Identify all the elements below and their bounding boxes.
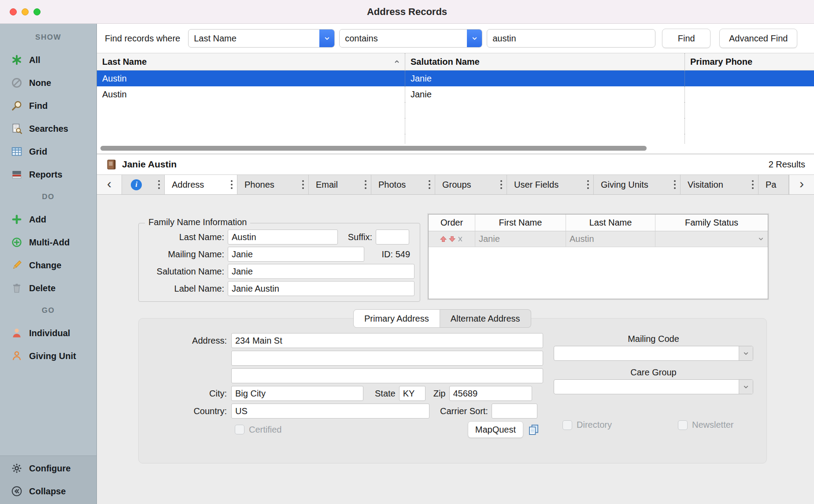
salutation-name-input[interactable] <box>228 264 414 279</box>
tabs-scroll-right-button[interactable]: › <box>789 175 814 194</box>
find-bar: Find records where Last Name contains Fi… <box>97 24 814 53</box>
sidebar-item-reports[interactable]: Reports <box>0 163 96 186</box>
tab-menu-icon[interactable] <box>428 179 431 190</box>
tabs-scroll-left-button[interactable]: ‹ <box>97 175 122 194</box>
sidebar-item-searches[interactable]: Searches <box>0 117 96 140</box>
close-window-button[interactable] <box>10 8 17 15</box>
address-line3-input[interactable] <box>231 368 543 383</box>
search-operator-select[interactable]: contains <box>339 29 482 48</box>
tab-photos[interactable]: Photos <box>371 175 435 194</box>
newsletter-checkbox[interactable] <box>678 420 688 430</box>
circle-plus-icon <box>11 237 22 248</box>
sidebar-item-giving-unit[interactable]: Giving Unit <box>0 345 96 367</box>
tab-menu-icon[interactable] <box>751 179 754 190</box>
tab-user-fields[interactable]: User Fields <box>507 175 594 194</box>
find-records-where-label: Find records where <box>105 33 180 44</box>
tab-groups[interactable]: Groups <box>435 175 507 194</box>
sidebar-footer: Configure Collapse <box>0 456 96 504</box>
chevron-down-icon <box>319 30 334 47</box>
care-group-select[interactable] <box>554 379 753 394</box>
column-header-salutation-name[interactable]: Salutation Name <box>405 53 685 70</box>
sidebar-item-delete[interactable]: Delete <box>0 277 96 300</box>
care-group-label: Care Group <box>554 367 753 378</box>
tab-giving-units[interactable]: Giving Units <box>594 175 681 194</box>
tab-menu-icon[interactable] <box>364 179 367 190</box>
tab-truncated[interactable]: Pa <box>758 175 789 194</box>
sidebar-section-go: GO <box>0 300 96 322</box>
members-table-header: Order First Name Last Name Family Status <box>429 215 768 231</box>
address-records-window: Address Records SHOW All None Find <box>0 0 814 504</box>
horizontal-scrollbar[interactable] <box>97 144 814 154</box>
tab-menu-icon[interactable] <box>158 179 160 190</box>
address-tabs: Primary Address Alternate Address <box>353 309 531 328</box>
city-input[interactable] <box>231 386 363 401</box>
sidebar-item-change[interactable]: Change <box>0 254 96 277</box>
tab-email[interactable]: Email <box>309 175 371 194</box>
mailing-name-input[interactable] <box>228 247 364 262</box>
last-name-input[interactable] <box>228 230 338 245</box>
city-label: City: <box>139 389 231 399</box>
table-row-empty <box>97 102 814 118</box>
mapquest-button[interactable]: MapQuest <box>468 421 523 438</box>
pencil-icon <box>11 259 22 271</box>
address-line1-input[interactable] <box>231 333 543 348</box>
tab-visitation[interactable]: Visitation <box>681 175 758 194</box>
table-row[interactable]: Austin Janie <box>97 86 814 102</box>
address-line2-input[interactable] <box>231 351 543 366</box>
tab-menu-icon[interactable] <box>230 179 233 190</box>
country-label: Country: <box>139 406 231 416</box>
search-input[interactable] <box>487 29 655 48</box>
label-name-input[interactable] <box>228 281 414 296</box>
carrier-sort-input[interactable] <box>492 404 537 419</box>
sidebar-item-individual[interactable]: Individual <box>0 322 96 345</box>
tab-alternate-address[interactable]: Alternate Address <box>440 309 531 328</box>
table-row[interactable]: Austin Janie <box>97 70 814 86</box>
family-members-table: Order First Name Last Name Family Status <box>428 214 768 299</box>
tab-menu-icon[interactable] <box>673 179 676 190</box>
suffix-input[interactable] <box>376 230 409 245</box>
record-header: Janie Austin 2 Results <box>97 154 814 174</box>
move-down-icon[interactable] <box>448 235 456 243</box>
zoom-window-button[interactable] <box>33 8 41 15</box>
asterisk-icon <box>11 54 22 66</box>
search-field-select[interactable]: Last Name <box>188 29 335 48</box>
tab-menu-icon[interactable] <box>587 179 589 190</box>
tab-phones[interactable]: Phones <box>237 175 309 194</box>
sidebar-item-find[interactable]: Find <box>0 94 96 117</box>
tab-menu-icon[interactable] <box>500 179 503 190</box>
none-icon <box>11 77 22 89</box>
certified-checkbox[interactable] <box>235 425 244 434</box>
country-input[interactable] <box>231 404 429 419</box>
mailing-code-select[interactable] <box>554 346 753 361</box>
tab-menu-icon[interactable] <box>302 179 304 190</box>
sidebar-item-multi-add[interactable]: Multi-Add <box>0 231 96 254</box>
zip-input[interactable] <box>449 386 532 401</box>
move-up-icon[interactable] <box>440 235 447 243</box>
chevron-down-icon <box>467 30 482 47</box>
sidebar-item-none[interactable]: None <box>0 71 96 94</box>
sidebar-item-grid[interactable]: Grid <box>0 140 96 163</box>
remove-member-icon[interactable] <box>457 236 464 242</box>
results-count: 2 Results <box>769 159 805 170</box>
find-button[interactable]: Find <box>662 29 710 48</box>
member-first-name: Janie <box>475 231 566 247</box>
state-input[interactable] <box>399 386 426 401</box>
record-detail: Family Name Information Last Name: Suffi… <box>97 195 814 504</box>
sidebar-item-collapse[interactable]: Collapse <box>0 480 96 503</box>
directory-label: Directory <box>577 420 612 430</box>
member-row[interactable]: Janie Austin <box>429 231 768 247</box>
sidebar-item-all[interactable]: All <box>0 48 96 71</box>
sidebar-item-add[interactable]: Add <box>0 208 96 231</box>
family-status-select[interactable] <box>655 231 768 247</box>
tab-info[interactable]: i <box>122 175 165 194</box>
minimize-window-button[interactable] <box>22 8 29 15</box>
column-header-primary-phone[interactable]: Primary Phone <box>685 53 814 70</box>
scrollbar-thumb[interactable] <box>100 146 647 151</box>
copy-icon[interactable] <box>528 424 540 436</box>
tab-primary-address[interactable]: Primary Address <box>353 309 440 328</box>
directory-checkbox[interactable] <box>562 420 572 430</box>
sidebar-item-configure[interactable]: Configure <box>0 457 96 480</box>
advanced-find-button[interactable]: Advanced Find <box>719 29 797 48</box>
column-header-last-name[interactable]: Last Name <box>97 53 405 70</box>
tab-address[interactable]: Address <box>165 175 237 194</box>
